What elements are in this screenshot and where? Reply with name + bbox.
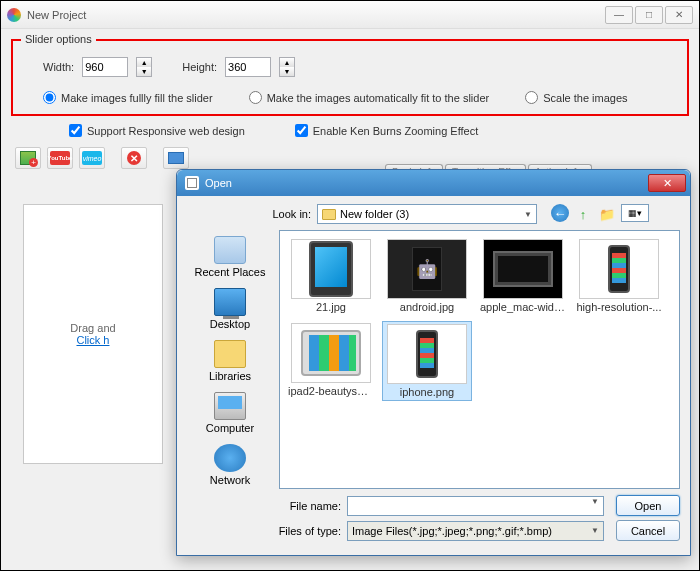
- chevron-down-icon: ▼: [591, 497, 599, 506]
- radio-fit[interactable]: Make the images automatically fit to the…: [249, 91, 490, 104]
- thumb: [291, 239, 371, 299]
- check-kenburns-input[interactable]: [295, 124, 308, 137]
- drop-text: Drag and: [70, 322, 115, 334]
- open-dialog-icon: [185, 176, 199, 190]
- place-network[interactable]: Network: [210, 444, 250, 486]
- folder-icon: [168, 152, 184, 164]
- check-kenburns-label: Enable Ken Burns Zooming Effect: [313, 125, 479, 137]
- open-bottom: File name: ▼ Open Files of type: Image F…: [275, 489, 680, 547]
- width-down[interactable]: ▼: [137, 67, 151, 76]
- height-input[interactable]: [225, 57, 271, 77]
- open-titlebar: Open ✕: [177, 170, 690, 196]
- folder-icon: [322, 209, 336, 220]
- add-youtube-button[interactable]: YouTube: [47, 147, 73, 169]
- file-item-android[interactable]: android.jpg: [382, 237, 472, 315]
- drop-area[interactable]: Drag and Click h: [23, 204, 163, 464]
- app-icon: [7, 8, 21, 22]
- open-folder-button[interactable]: [163, 147, 189, 169]
- file-name: ipad2-beautysho...: [288, 385, 374, 397]
- file-name: 21.jpg: [288, 301, 374, 313]
- close-button[interactable]: ✕: [665, 6, 693, 24]
- desktop-icon: [214, 288, 246, 316]
- place-desktop-label: Desktop: [210, 318, 250, 330]
- height-spinner[interactable]: ▲▼: [279, 57, 295, 77]
- open-dialog-title: Open: [205, 177, 648, 189]
- recent-places-icon: [214, 236, 246, 264]
- view-menu-button[interactable]: ▦▾: [621, 204, 649, 222]
- filename-row: File name: ▼ Open: [275, 495, 680, 516]
- radio-scale-input[interactable]: [525, 91, 538, 104]
- width-input[interactable]: [82, 57, 128, 77]
- filetype-select[interactable]: Image Files(*.jpg;*.jpeg;*.png;*.gif;*.b…: [347, 521, 604, 541]
- nav-icons: ← ↑ 📁 ▦▾: [551, 204, 649, 224]
- cancel-button[interactable]: Cancel: [616, 520, 680, 541]
- open-body: Look in: New folder (3) ▼ ← ↑ 📁 ▦▾ Recen…: [177, 196, 690, 555]
- filename-input[interactable]: ▼: [347, 496, 604, 516]
- window-controls: — □ ✕: [605, 6, 693, 24]
- add-image-icon: [20, 151, 36, 165]
- height-up[interactable]: ▲: [280, 58, 294, 67]
- thumb: [291, 323, 371, 383]
- place-recent[interactable]: Recent Places: [195, 236, 266, 278]
- file-item-highres[interactable]: high-resolution-...: [574, 237, 664, 315]
- check-responsive-input[interactable]: [69, 124, 82, 137]
- file-item-iphone[interactable]: iphone.png: [382, 321, 472, 401]
- check-kenburns[interactable]: Enable Ken Burns Zooming Effect: [295, 124, 479, 137]
- slider-options-group: Slider options Width: ▲▼ Height: ▲▼ Make…: [11, 39, 689, 116]
- add-vimeo-button[interactable]: vimeo: [79, 147, 105, 169]
- radio-fill-label: Make images fullly fill the slider: [61, 92, 213, 104]
- new-folder-button[interactable]: 📁: [597, 204, 617, 224]
- minimize-button[interactable]: —: [605, 6, 633, 24]
- open-close-button[interactable]: ✕: [648, 174, 686, 192]
- chevron-down-icon: ▼: [524, 210, 532, 219]
- computer-icon: [214, 392, 246, 420]
- thumb: [483, 239, 563, 299]
- width-label: Width:: [43, 61, 74, 73]
- height-label: Height:: [182, 61, 217, 73]
- place-computer[interactable]: Computer: [206, 392, 254, 434]
- file-pane[interactable]: 21.jpg android.jpg apple_mac-wide... hig…: [279, 230, 680, 489]
- width-spinner[interactable]: ▲▼: [136, 57, 152, 77]
- place-computer-label: Computer: [206, 422, 254, 434]
- place-libraries[interactable]: Libraries: [209, 340, 251, 382]
- drop-link[interactable]: Click h: [76, 334, 109, 346]
- radio-fill[interactable]: Make images fullly fill the slider: [43, 91, 213, 104]
- file-name: high-resolution-...: [576, 301, 662, 313]
- fill-mode-row: Make images fullly fill the slider Make …: [43, 91, 677, 104]
- open-dialog: Open ✕ Look in: New folder (3) ▼ ← ↑ 📁 ▦…: [176, 169, 691, 556]
- file-item-ipad2[interactable]: ipad2-beautysho...: [286, 321, 376, 401]
- window-title: New Project: [27, 9, 605, 21]
- open-button[interactable]: Open: [616, 495, 680, 516]
- places-bar: Recent Places Desktop Libraries Computer…: [187, 230, 273, 489]
- delete-button[interactable]: ✕: [121, 147, 147, 169]
- place-network-label: Network: [210, 474, 250, 486]
- radio-fill-input[interactable]: [43, 91, 56, 104]
- place-recent-label: Recent Places: [195, 266, 266, 278]
- file-name: apple_mac-wide...: [480, 301, 566, 313]
- filetype-row: Files of type: Image Files(*.jpg;*.jpeg;…: [275, 520, 680, 541]
- maximize-button[interactable]: □: [635, 6, 663, 24]
- file-item-21[interactable]: 21.jpg: [286, 237, 376, 315]
- add-image-button[interactable]: [15, 147, 41, 169]
- titlebar: New Project — □ ✕: [1, 1, 699, 29]
- radio-scale[interactable]: Scale the images: [525, 91, 627, 104]
- file-name: android.jpg: [384, 301, 470, 313]
- height-down[interactable]: ▼: [280, 67, 294, 76]
- file-item-mac[interactable]: apple_mac-wide...: [478, 237, 568, 315]
- lookin-select[interactable]: New folder (3) ▼: [317, 204, 537, 224]
- file-name: iphone.png: [385, 386, 469, 398]
- filetype-value: Image Files(*.jpg;*.jpeg;*.png;*.gif;*.b…: [352, 525, 552, 537]
- vimeo-icon: vimeo: [82, 151, 102, 165]
- content-area: Slider options Width: ▲▼ Height: ▲▼ Make…: [1, 29, 699, 183]
- network-icon: [214, 444, 246, 472]
- place-desktop[interactable]: Desktop: [210, 288, 250, 330]
- back-button[interactable]: ←: [551, 204, 569, 222]
- radio-scale-label: Scale the images: [543, 92, 627, 104]
- check-responsive[interactable]: Support Responsive web design: [69, 124, 245, 137]
- lookin-row: Look in: New folder (3) ▼ ← ↑ 📁 ▦▾: [265, 204, 680, 224]
- lookin-value: New folder (3): [340, 208, 409, 220]
- up-button[interactable]: ↑: [573, 204, 593, 224]
- width-up[interactable]: ▲: [137, 58, 151, 67]
- chevron-down-icon: ▼: [591, 526, 599, 535]
- radio-fit-input[interactable]: [249, 91, 262, 104]
